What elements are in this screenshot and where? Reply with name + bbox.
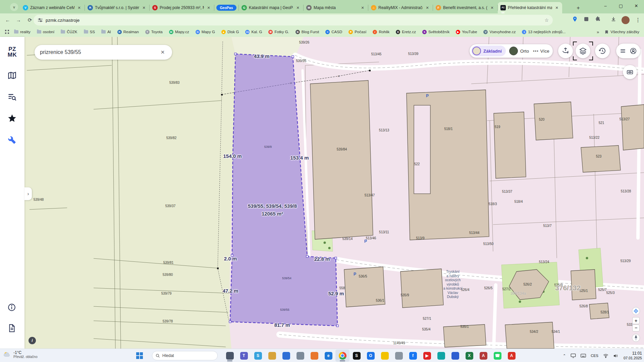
basemap-zakladni-chip[interactable]: Základní — [471, 46, 506, 56]
taskbar-app-edge[interactable]: e — [321, 350, 335, 362]
extension-icon[interactable] — [582, 16, 590, 24]
bookmark-13-nejlep-ch-zdroj-[interactable]: 113 nejlepších zdrojů... — [522, 30, 566, 34]
screenshot-camera-button[interactable] — [623, 65, 637, 79]
map-icon[interactable] — [7, 71, 17, 80]
tab-close-icon[interactable]: ✕ — [360, 5, 365, 10]
tab-close-icon[interactable]: ✕ — [76, 5, 82, 10]
map-search-box[interactable]: prizrenice 539/55 ✕ — [35, 45, 172, 60]
more-dots-icon[interactable]: ••• — [533, 49, 539, 54]
bookmark-vsevyhodne-cz[interactable]: VVsevyhodne.cz — [483, 30, 516, 34]
orto-label[interactable]: Orto — [520, 49, 529, 54]
taskbar-search-box[interactable]: Hledat — [152, 351, 218, 360]
tab-2[interactable]: RTvůjmakléř s.r.o. | Systém R✕ — [85, 2, 149, 13]
bookmark-blog-furst[interactable]: BBlog Furst — [296, 30, 319, 34]
bookmark-casd[interactable]: CCASD — [325, 30, 342, 34]
compass-button[interactable] — [632, 334, 640, 342]
tab-5[interactable]: GKatastrální mapa | GeoPas.c✕ — [239, 2, 303, 13]
bookmark-youtube[interactable]: ▶YouTube — [456, 30, 477, 34]
taskbar-app-browser-colored[interactable] — [265, 350, 279, 362]
tab-close-icon[interactable]: ✕ — [489, 5, 495, 10]
taskbar-app-youtube[interactable]: ▶ — [420, 350, 434, 362]
tools-wrench-icon[interactable] — [7, 135, 17, 144]
tab-7[interactable]: ⌂RealityMIX - Administrační✕ — [368, 2, 433, 13]
url-text[interactable]: pzmk.cz/nastroje — [46, 18, 79, 23]
hidden-icons-chevron[interactable]: ⌃ — [563, 354, 566, 358]
tray-clock[interactable]: 11:01 07.01.2025 — [624, 351, 642, 361]
tab-9[interactable]: PZ MKPřehledné katastrální mapy✕ — [498, 2, 562, 13]
forward-button[interactable]: → — [14, 16, 23, 24]
taskbar-app-skype[interactable]: S — [251, 350, 265, 362]
reload-button[interactable]: ⟳ — [25, 16, 34, 24]
wifi-icon[interactable] — [603, 354, 608, 358]
taskbar-app-photos[interactable] — [434, 350, 448, 362]
weather-widget[interactable]: -1°C Převáž. oblačno — [3, 350, 38, 359]
zoom-out-button[interactable]: − — [632, 324, 640, 331]
language-indicator[interactable]: CES — [591, 354, 598, 358]
taskbar-app-movies[interactable] — [448, 350, 462, 362]
tab-4[interactable]: GeoPas — [214, 2, 238, 13]
expand-panel-arrow[interactable]: › — [24, 187, 32, 200]
bookmark-toyota[interactable]: TToyota — [145, 30, 163, 34]
new-tab-button[interactable]: + — [574, 4, 582, 12]
tab-close-icon[interactable]: ✕ — [425, 5, 430, 10]
location-pin-icon[interactable] — [571, 16, 579, 24]
apps-grid-icon[interactable] — [5, 29, 9, 34]
tab-close-icon[interactable]: ✕ — [554, 5, 559, 10]
window-minimize-button[interactable]: – — [598, 0, 613, 12]
taskbar-app-notes[interactable] — [378, 350, 392, 362]
orto-thumbnail[interactable] — [509, 47, 518, 55]
taskbar-app-firefox[interactable] — [307, 350, 321, 362]
taskbar-app-spotify[interactable]: S — [350, 350, 364, 362]
bookmark-realman[interactable]: RRealman — [117, 30, 139, 34]
hamburger-menu-icon[interactable] — [620, 48, 626, 54]
bookmark-eretz-cz[interactable]: EEretz.cz — [396, 30, 416, 34]
tab-close-icon[interactable]: ✕ — [206, 5, 211, 10]
all-bookmarks-button[interactable]: Všechny záložky — [604, 30, 639, 34]
bookmark-osobn-[interactable]: osobní — [37, 30, 55, 34]
address-bar[interactable]: pzmk.cz/nastroje ☆ — [34, 15, 553, 25]
browser-menu-kebab-icon[interactable]: ⋮ — [634, 16, 642, 24]
monitor-icon[interactable] — [571, 353, 576, 358]
taskbar-app-chrome[interactable] — [335, 350, 350, 362]
history-button[interactable] — [595, 44, 610, 58]
bookmark-reality[interactable]: reality — [14, 30, 31, 34]
zoom-in-button[interactable]: + — [632, 317, 640, 324]
bookmark-mapy-g[interactable]: GMapy G — [196, 30, 215, 34]
taskbar-app-camera-app[interactable] — [392, 350, 406, 362]
favorites-star-icon[interactable] — [7, 114, 17, 123]
taskbar-app-facebook[interactable]: f — [406, 350, 420, 362]
document-icon[interactable] — [7, 324, 17, 333]
taskbar-app-access[interactable]: A — [476, 350, 490, 362]
tab-3[interactable]: SProdej pole 250933 m², Mě✕ — [150, 2, 214, 13]
start-button[interactable] — [136, 352, 143, 359]
bookmark-kal-g[interactable]: 31Kal. G — [245, 30, 262, 34]
bookmark-disk-g[interactable]: ▲Disk G — [221, 30, 239, 34]
taskbar-app-outlook[interactable]: O — [364, 350, 378, 362]
window-close-button[interactable]: ✕ — [629, 0, 644, 12]
profile-avatar[interactable] — [622, 16, 630, 24]
bookmarks-overflow-chevron[interactable]: » — [597, 29, 599, 35]
tab-close-icon[interactable]: ✕ — [141, 5, 147, 10]
extensions-puzzle-icon[interactable] — [594, 16, 602, 24]
taskbar-app-teams[interactable]: T — [237, 350, 251, 362]
volume-icon[interactable] — [613, 354, 618, 358]
taskbar-app-excel[interactable]: X — [462, 350, 476, 362]
bookmark-sv-tob-n-k[interactable]: SSvětoběžník — [422, 30, 449, 34]
layers-button[interactable] — [576, 44, 590, 58]
bookmark-mapy-cz[interactable]: MMapy.cz — [169, 30, 189, 34]
account-icon[interactable] — [630, 47, 637, 55]
download-icon[interactable] — [609, 16, 618, 24]
locate-target-button[interactable] — [632, 307, 640, 315]
bookmark-rohlik[interactable]: rRohlik — [373, 30, 389, 34]
info-circle-icon[interactable] — [7, 303, 17, 312]
bookmark-po-as-[interactable]: ☀Počasí — [348, 30, 366, 34]
tab-8[interactable]: FBenefit investment, a.s. (Iva✕ — [433, 2, 497, 13]
pzmk-logo[interactable]: PZMK — [0, 46, 24, 58]
taskbar-app-store[interactable] — [279, 350, 293, 362]
taskbar-app-window-app[interactable] — [223, 350, 237, 362]
window-maximize-button[interactable]: ▢ — [613, 0, 629, 12]
bookmark--zk[interactable]: ČÚZK — [61, 30, 77, 34]
bookmark-ai[interactable]: AI — [101, 30, 111, 34]
tab-6[interactable]: MMapa města✕ — [304, 2, 368, 13]
keyboard-icon[interactable] — [581, 354, 586, 358]
